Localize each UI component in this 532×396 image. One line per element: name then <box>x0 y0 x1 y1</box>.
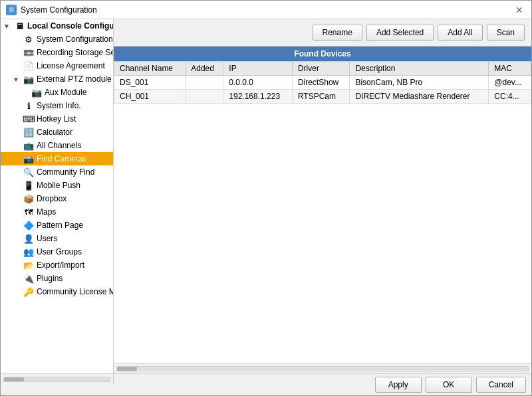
sidebar-item-recording-storage[interactable]: 📼Recording Storage Se <box>1 46 113 59</box>
sidebar-item-community-find[interactable]: 🔍Community Find <box>1 165 113 179</box>
col-header-channel-name: Channel Name <box>114 62 186 76</box>
tree-icon-pattern-page: 🔷 <box>23 220 34 231</box>
sidebar-label-local-console: Local Console Configurati <box>27 21 113 31</box>
sidebar-h-scroll-track[interactable] <box>3 377 110 382</box>
sidebar-label-find-cameras: Find Cameras <box>37 154 86 163</box>
title-bar-left: ⚙ System Configuration <box>6 5 97 15</box>
sidebar-item-system-info[interactable]: ℹSystem Info. <box>1 99 113 112</box>
tree-icon-user-groups: 👥 <box>23 247 34 257</box>
tree-icon-system-info: ℹ <box>23 100 34 111</box>
expand-icon-external-ptz[interactable]: ▼ <box>13 76 21 83</box>
sidebar-item-hotkey-list[interactable]: ⌨Hotkey List <box>1 112 113 126</box>
h-scrollbar[interactable] <box>114 363 531 373</box>
table-cell-driver: RTSPCam <box>292 90 350 104</box>
sidebar-h-scroll-thumb[interactable] <box>4 377 24 381</box>
sidebar-item-local-console[interactable]: ▼🖥Local Console Configurati <box>1 19 113 33</box>
toolbar: Rename Add Selected Add All Scan <box>114 19 531 47</box>
tree-icon-community-find: 🔍 <box>23 167 34 177</box>
sidebar-item-external-ptz[interactable]: ▼📷External PTZ module <box>1 72 113 86</box>
tree-icon-aux-module: 📷 <box>31 87 42 98</box>
tree-icon-plugins: 🔌 <box>23 273 34 284</box>
table-row[interactable]: DS_0010.0.0.0DirectShowBisonCam, NB Pro@… <box>114 76 531 90</box>
content-area: Found Devices Channel NameAddedIPDriverD… <box>114 47 531 363</box>
sidebar-item-community-license[interactable]: 🔑Community License M <box>1 285 113 298</box>
sidebar: ▼🖥Local Console Configurati ⚙System Conf… <box>1 19 114 373</box>
sidebar-item-calculator[interactable]: 🔢Calculator <box>1 126 113 139</box>
tree-icon-export-import: 📂 <box>23 260 34 270</box>
right-panel: Rename Add Selected Add All Scan Found D… <box>114 19 531 373</box>
tree-icon-community-license: 🔑 <box>23 286 34 297</box>
sidebar-item-maps[interactable]: 🗺Maps <box>1 205 113 219</box>
sidebar-item-users[interactable]: 👤Users <box>1 232 113 245</box>
window-title: System Configuration <box>21 5 97 15</box>
sidebar-item-export-import[interactable]: 📂Export/Import <box>1 258 113 272</box>
window-icon: ⚙ <box>6 5 17 15</box>
table-row[interactable]: CH_001192.168.1.223RTSPCamDIRECTV Medias… <box>114 90 531 104</box>
sidebar-item-mobile-push[interactable]: 📱Mobile Push <box>1 179 113 192</box>
sidebar-item-license-agreement[interactable]: 📄License Agreement <box>1 59 113 72</box>
sidebar-item-find-cameras[interactable]: 📷Find Cameras <box>1 152 113 165</box>
add-selected-button[interactable]: Add Selected <box>366 25 434 41</box>
sidebar-label-pattern-page: Pattern Page <box>37 221 83 230</box>
sidebar-label-calculator: Calculator <box>37 128 72 137</box>
title-bar: ⚙ System Configuration ✕ <box>1 1 531 19</box>
sidebar-label-community-find: Community Find <box>37 167 94 177</box>
sidebar-label-export-import: Export/Import <box>37 260 84 270</box>
tree-icon-calculator: 🔢 <box>23 127 34 138</box>
table-cell-description: DIRECTV Mediashare Renderer <box>350 90 489 104</box>
h-scroll-thumb[interactable] <box>117 367 137 371</box>
tree-icon-find-cameras: 📷 <box>23 153 34 164</box>
sidebar-label-users: Users <box>37 234 57 243</box>
sidebar-label-user-groups: User Groups <box>37 247 82 256</box>
table-cell-added <box>186 76 223 90</box>
sidebar-bottom-scroll[interactable] <box>1 374 114 385</box>
rename-button[interactable]: Rename <box>313 25 362 41</box>
main-content: ▼🖥Local Console Configurati ⚙System Conf… <box>1 19 531 373</box>
sidebar-item-all-channels[interactable]: 📺All Channels <box>1 139 113 152</box>
table-cell-channel-name: DS_001 <box>114 76 186 90</box>
sidebar-item-aux-module[interactable]: 📷Aux Module <box>1 86 113 99</box>
tree-icon-users: 👤 <box>23 233 34 244</box>
h-scroll-track[interactable] <box>116 366 529 371</box>
sidebar-label-dropbox: Dropbox <box>37 194 66 203</box>
table-cell-mac: @dev... <box>489 76 531 90</box>
main-window: ⚙ System Configuration ✕ ▼🖥Local Console… <box>0 0 532 396</box>
tree-icon-dropbox: 📦 <box>23 193 34 204</box>
cancel-button[interactable]: Cancel <box>476 377 526 393</box>
sidebar-label-community-license: Community License M <box>37 287 113 296</box>
add-all-button[interactable]: Add All <box>438 25 482 41</box>
tree-icon-local-console: 🖥 <box>14 21 25 31</box>
device-table-scroll[interactable]: Channel NameAddedIPDriverDescriptionMAC … <box>114 61 531 363</box>
tree-icon-recording-storage: 📼 <box>23 47 34 58</box>
col-header-mac: MAC <box>489 62 531 76</box>
expand-icon-local-console[interactable]: ▼ <box>3 23 11 30</box>
ok-button[interactable]: OK <box>426 377 472 393</box>
tree-icon-maps: 🗺 <box>23 207 34 217</box>
sidebar-label-mobile-push: Mobile Push <box>37 181 80 190</box>
close-button[interactable]: ✕ <box>513 3 526 17</box>
device-table: Channel NameAddedIPDriverDescriptionMAC … <box>114 61 531 104</box>
sidebar-label-all-channels: All Channels <box>37 141 81 150</box>
sidebar-label-maps: Maps <box>37 207 56 217</box>
sidebar-item-plugins[interactable]: 🔌Plugins <box>1 272 113 285</box>
sidebar-label-system-info: System Info. <box>37 101 81 110</box>
apply-button[interactable]: Apply <box>375 377 422 393</box>
tree-icon-external-ptz: 📷 <box>23 74 34 84</box>
table-cell-mac: CC:4... <box>489 90 531 104</box>
table-cell-channel-name: CH_001 <box>114 90 186 104</box>
col-header-added: Added <box>186 62 223 76</box>
tree-icon-license-agreement: 📄 <box>23 60 34 71</box>
sidebar-item-user-groups[interactable]: 👥User Groups <box>1 245 113 258</box>
scan-button[interactable]: Scan <box>487 25 525 41</box>
sidebar-label-license-agreement: License Agreement <box>37 61 105 70</box>
table-cell-ip: 0.0.0.0 <box>223 76 293 90</box>
sidebar-label-external-ptz: External PTZ module <box>37 74 112 84</box>
table-cell-ip: 192.168.1.223 <box>223 90 293 104</box>
sidebar-label-aux-module: Aux Module <box>45 88 86 97</box>
col-header-driver: Driver <box>292 62 350 76</box>
found-devices-header: Found Devices <box>114 47 531 61</box>
sidebar-item-dropbox[interactable]: 📦Dropbox <box>1 192 113 205</box>
sidebar-item-pattern-page[interactable]: 🔷Pattern Page <box>1 219 113 232</box>
bottom-area: Apply OK Cancel <box>1 373 531 395</box>
sidebar-item-system-configuration[interactable]: ⚙System Configuration <box>1 33 113 46</box>
